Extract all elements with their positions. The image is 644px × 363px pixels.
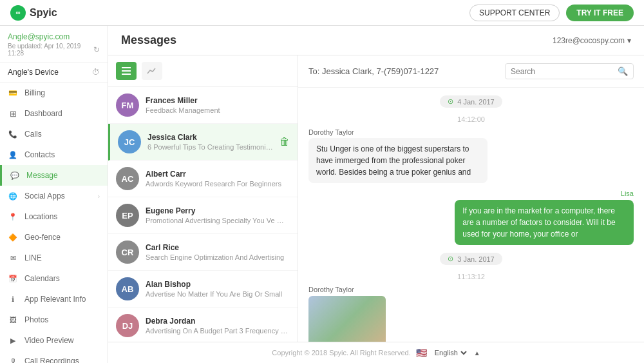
dashboard-icon [8,108,18,119]
message-icon [10,170,20,181]
callrec-icon [8,356,18,363]
nav-buttons: SUPPORT CENTER TRY IT FREE [469,5,634,21]
sidebar-label-callrec: Call Recordings [24,357,79,363]
flag-icon: 🇺🇸 [416,348,427,358]
sent-bubble-wrap: If you are in the market for a computer,… [308,200,634,245]
sidebar-item-social[interactable]: Social Apps › [0,186,108,206]
contact-preview: 6 Powerful Tips To Creating Testimonials… [147,143,273,151]
sender-name-1: Dorothy Taylor [308,128,634,136]
image-bubble [308,296,386,342]
expand-icon: › [98,193,100,200]
delete-icon[interactable]: 🗑 [279,136,290,148]
logo: ∞ Spyic [10,5,57,21]
contact-name: Debra Jordan [146,317,290,326]
sidebar-item-photos[interactable]: Photos [0,309,108,330]
sidebar-label-social: Social Apps [24,191,65,201]
sidebar-label-photos: Photos [24,315,48,324]
sidebar-item-line[interactable]: LINE [0,248,108,268]
date-label-2: 3 Jan. 2017 [457,255,495,263]
appinfo-icon [8,294,18,304]
sidebar-device: Angle's Device ⏱ [0,63,108,83]
contact-name: Alan Bishop [146,280,290,289]
sidebar-item-dashboard[interactable]: Dashboard [0,103,108,124]
time-label-1: 14:12:00 [308,115,634,123]
contact-list-container: FM Frances Miller Feedback Management JC… [108,55,298,342]
contact-info: Albert Carr Adwords Keyword Research For… [146,170,290,188]
sidebar-item-calendars[interactable]: Calendars [0,268,108,289]
contact-item-albert[interactable]: AC Albert Carr Adwords Keyword Research … [108,161,298,197]
contact-info: Carl Rice Search Engine Optimization And… [146,243,290,261]
sidebar-label-video: Video Preview [24,336,74,345]
contact-preview: Search Engine Optimization And Advertisi… [146,253,290,261]
contact-name: Albert Carr [146,170,290,179]
date-icon: ⊙ [448,97,453,106]
sidebar-item-calls[interactable]: Calls [0,124,108,144]
support-button[interactable]: SUPPORT CENTER [469,5,560,21]
logo-text: Spyic [30,7,57,19]
app-body: Angle@spyic.com Be updated: Apr 10, 2019… [0,26,644,363]
footer: Copyright © 2018 Spyic. All Right Reserv… [108,342,644,363]
avatar: DJ [116,314,139,337]
sidebar-email: Angle@spyic.com [8,32,100,41]
list-view-button[interactable] [116,62,137,80]
sidebar-label-billing: Billing [24,88,45,97]
svg-rect-1 [122,70,131,72]
sidebar-label-message: Message [26,171,58,180]
sidebar-header: Angle@spyic.com Be updated: Apr 10, 2019… [0,26,108,63]
chart-view-button[interactable] [142,62,162,80]
avatar: AB [116,277,139,300]
sidebar-item-billing[interactable]: Billing [0,83,108,103]
contact-item-eugene[interactable]: EP Eugene Perry Promotional Advertising … [108,197,298,234]
image-placeholder [308,296,386,342]
line-icon [8,253,18,263]
search-icon[interactable]: 🔍 [618,66,628,76]
refresh-icon[interactable]: ↻ [93,45,100,54]
contact-preview: Advertising On A Budget Part 3 Frequency… [146,327,290,335]
chart-icon [147,67,157,75]
conversation-to: To: Jessica Clark, 7-(759)071-1227 [308,66,439,76]
sender-name-right: Lisa [308,190,634,197]
video-icon [8,335,18,346]
search-bar: 🔍 [505,63,634,79]
conversation-detail: To: Jessica Clark, 7-(759)071-1227 🔍 ⊙ 4… [298,55,644,342]
svg-rect-0 [122,67,131,68]
contact-info: Eugene Perry Promotional Advertising Spe… [146,206,290,224]
contact-item-debra[interactable]: DJ Debra Jordan Advertising On A Budget … [108,308,298,342]
sidebar-label-dashboard: Dashboard [24,109,62,118]
bubble-group-2: Dorothy Taylor [308,286,634,342]
contact-preview: Adwords Keyword Research For Beginners [146,180,290,188]
account-dropdown[interactable]: 123re@cocospy.com ▾ [553,36,631,45]
language-select[interactable]: English [432,348,469,357]
calendars-icon [8,273,18,284]
main-content: Messages 123re@cocospy.com ▾ [108,26,644,363]
sidebar-item-geofence[interactable]: Geo-fence [0,227,108,248]
sender-name-2: Dorothy Taylor [308,286,634,293]
contact-info: Jessica Clark 6 Powerful Tips To Creatin… [147,133,273,151]
sidebar-item-contacts[interactable]: Contacts [0,144,108,165]
device-name: Angle's Device [8,68,59,77]
contact-preview: Promotional Advertising Specialty You Ve… [146,217,290,224]
sidebar-label-locations: Locations [24,212,57,221]
avatar: JC [118,130,141,153]
received-bubble-wrap: Stu Unger is one of the biggest supersta… [308,138,634,183]
try-button[interactable]: TRY IT FREE [566,5,634,21]
calls-icon [8,129,18,139]
sidebar-label-line: LINE [24,253,42,262]
search-input[interactable] [511,67,614,76]
sidebar-item-appinfo[interactable]: App Relevant Info [0,289,108,309]
top-nav: ∞ Spyic SUPPORT CENTER TRY IT FREE [0,0,644,26]
sidebar-item-message[interactable]: Message [0,165,108,186]
bubble-group-1: Dorothy Taylor Stu Unger is one of the b… [308,128,634,183]
sidebar-item-video[interactable]: Video Preview [0,330,108,351]
contact-item-jessica[interactable]: JC Jessica Clark 6 Powerful Tips To Crea… [108,124,298,161]
sidebar-item-locations[interactable]: Locations [0,206,108,227]
received-bubble: Stu Unger is one of the biggest supersta… [308,138,488,183]
sidebar-label-calendars: Calendars [24,274,60,283]
contact-item-alan[interactable]: AB Alan Bishop Advertise No Matter If Yo… [108,271,298,308]
contact-item-frances[interactable]: FM Frances Miller Feedback Management [108,87,298,124]
sidebar-updated: Be updated: Apr 10, 2019 11:28 ↻ [8,43,100,57]
avatar: CR [116,240,139,264]
sidebar-item-callrec[interactable]: Call Recordings [0,351,108,363]
avatar: EP [116,204,139,227]
contact-item-carl[interactable]: CR Carl Rice Search Engine Optimization … [108,234,298,271]
